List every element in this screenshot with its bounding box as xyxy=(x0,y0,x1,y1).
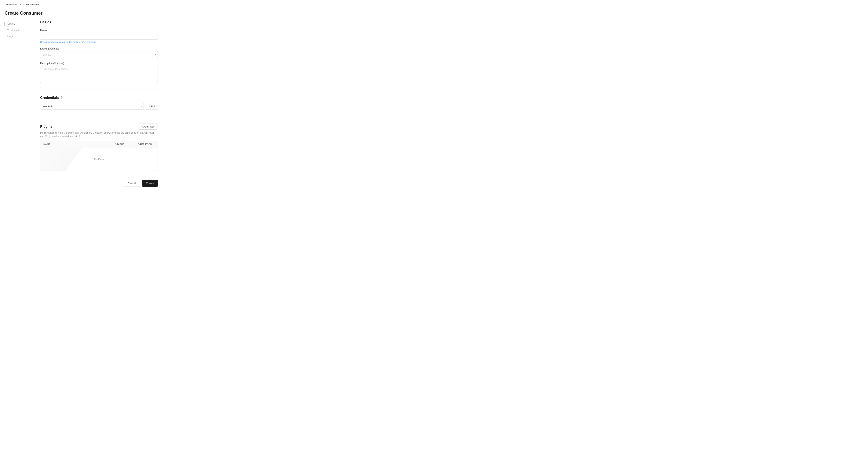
no-data-background xyxy=(40,148,82,171)
plugins-table: NAME STATUS OPERATION No Data xyxy=(40,141,158,171)
table-header: NAME STATUS OPERATION xyxy=(40,141,158,148)
page-title: Create Consumer xyxy=(5,10,863,16)
table-body: No Data xyxy=(40,148,158,171)
name-input[interactable] xyxy=(40,33,158,40)
sidebar-item-basics[interactable]: Basics xyxy=(5,21,31,27)
table-header-operation: OPERATION xyxy=(135,141,158,148)
basics-section-title: Basics xyxy=(40,20,158,24)
sidebar-item-credentials-label: Credentials xyxy=(7,29,20,32)
add-plugin-button[interactable]: + Add Plugin xyxy=(139,123,158,129)
form-actions: Cancel Create xyxy=(40,175,158,193)
description-field-group: Description (Optional) xyxy=(40,62,158,84)
name-field-group: Name Consumers Name is required to make … xyxy=(40,29,158,43)
main-layout: Basics Credentials Plugins Basics Name C… xyxy=(0,20,868,193)
divider-2 xyxy=(40,116,158,116)
credentials-header: Credentials i xyxy=(40,96,158,100)
credentials-select-wrapper: Key Auth Basic Auth OAuth 2.0 JWT ▾ xyxy=(40,103,144,110)
sidebar-item-plugins-label: Plugins xyxy=(7,35,16,38)
no-data-label: No Data xyxy=(94,158,104,161)
credentials-title: Credentials xyxy=(40,96,59,100)
sidebar-item-credentials[interactable]: Credentials xyxy=(5,27,31,33)
sidebar-item-plugins[interactable]: Plugins xyxy=(5,33,31,39)
page-header: Create Consumer xyxy=(0,9,868,20)
credentials-row: Key Auth Basic Auth OAuth 2.0 JWT ▾ + Ad… xyxy=(40,103,158,110)
plugins-title: Plugins xyxy=(40,125,53,129)
sidebar-item-basics-label: Basics xyxy=(7,23,14,26)
sidebar: Basics Credentials Plugins xyxy=(5,20,31,193)
labels-select[interactable]: Select... xyxy=(40,51,158,58)
breadcrumb: Consumers › Create Consumer xyxy=(0,0,868,9)
breadcrumb-current: Create Consumer xyxy=(20,3,40,6)
name-hint: Consumers Name is required to make it mo… xyxy=(40,41,158,43)
main-content: Basics Name Consumers Name is required t… xyxy=(40,20,158,193)
description-label: Description (Optional) xyxy=(40,62,158,65)
labels-select-wrapper: Select... ▾ xyxy=(40,51,158,58)
credentials-info-icon[interactable]: i xyxy=(60,96,63,99)
plugins-section: Plugins + Add Plugin Plugins attached to… xyxy=(40,123,158,171)
cancel-button[interactable]: Cancel xyxy=(124,180,140,187)
labels-field-group: Labels (Optional) Select... ▾ xyxy=(40,47,158,58)
breadcrumb-separator: › xyxy=(18,3,19,6)
labels-label: Labels (Optional) xyxy=(40,47,158,50)
table-header-status: STATUS xyxy=(112,141,135,148)
credentials-add-button[interactable]: + Add xyxy=(146,103,158,110)
create-button[interactable]: Create xyxy=(142,180,158,187)
name-label: Name xyxy=(40,29,158,32)
description-textarea[interactable] xyxy=(40,66,158,83)
plugins-header: Plugins + Add Plugin xyxy=(40,123,158,129)
credentials-type-select[interactable]: Key Auth Basic Auth OAuth 2.0 JWT xyxy=(40,103,144,110)
breadcrumb-parent-link[interactable]: Consumers xyxy=(5,3,17,6)
table-header-name: NAME xyxy=(40,141,112,148)
plugins-description: Plugins attached to the Consumer only wo… xyxy=(40,131,158,138)
